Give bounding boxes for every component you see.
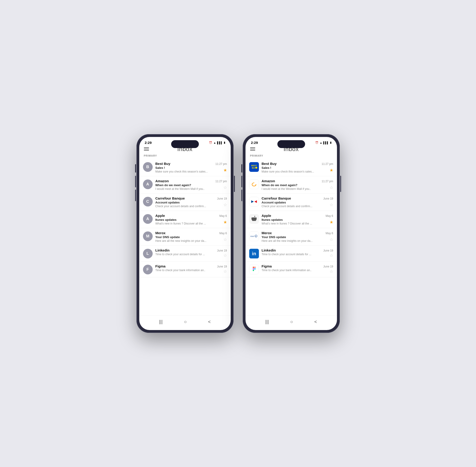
- email-time-apple-2: May 6: [326, 214, 333, 218]
- email-content-carrefour-2: Carrefour Banque June 19 Account updates…: [262, 196, 333, 208]
- email-sender-bestbuy-1: Best Buy: [155, 162, 170, 166]
- email-preview-figma-1: Time to check your bank information an..: [155, 269, 227, 272]
- email-top-row-figma-2: Figma June 19: [262, 264, 333, 268]
- email-preview-carrefour-1: Check your account details and confirm..…: [155, 205, 227, 208]
- status-time-2: 2:29: [251, 141, 258, 144]
- email-item-apple-2[interactable]: Apple May 6 Itunes updates What's new in…: [245, 211, 337, 228]
- email-sender-linkedin-1: Linkedin: [155, 248, 170, 252]
- section-label-1: PRIMARY: [139, 153, 231, 159]
- clock-icon-2: ⏰: [315, 141, 319, 144]
- email-content-linkedin-2: Linkedin June 19 Time to check your acco…: [262, 248, 333, 256]
- phone-screen-2: 2:29 ⏰ ▲ ▌▌▌ ▮ Inbox PRIMARY: [245, 137, 337, 330]
- email-time-apple-1: May 6: [219, 214, 227, 218]
- star-bestbuy-2[interactable]: ★: [330, 168, 333, 173]
- menu-button-1[interactable]: [144, 147, 149, 151]
- nav-recents-2[interactable]: |||: [263, 318, 272, 325]
- email-content-carrefour-1: Carrefour Banque June 19 Account updates…: [155, 196, 227, 208]
- email-preview-amazon-2: I would meet at the Western Mall if you.…: [262, 187, 333, 191]
- email-item-figma-1[interactable]: F Figma June 19 Time to check your bank …: [139, 261, 231, 277]
- section-label-2: PRIMARY: [245, 153, 337, 159]
- email-item-merox-2[interactable]: mer x Merox May 6 Your DNS update Here a…: [245, 228, 337, 246]
- star-merox-1[interactable]: ☆: [223, 237, 227, 242]
- email-preview-merox-2: Here are all the new insights on your da…: [262, 239, 333, 243]
- email-preview-carrefour-2: Check your account details and confirm..…: [262, 205, 333, 208]
- star-merox-2[interactable]: ☆: [330, 237, 333, 242]
- star-apple-1[interactable]: ★: [223, 220, 227, 225]
- email-top-row-bestbuy-1: Best Buy 11:27 pm: [155, 162, 227, 166]
- svg-point-3: [256, 167, 257, 169]
- email-subject-bestbuy-1: Sales !: [155, 166, 227, 169]
- email-top-row-figma-1: Figma June 19: [155, 264, 227, 268]
- svg-rect-17: [253, 268, 254, 270]
- star-linkedin-2[interactable]: ☆: [330, 253, 333, 258]
- email-content-merox-2: Merox May 6 Your DNS update Here are all…: [262, 231, 333, 243]
- avatar-amazon-1: A: [143, 180, 153, 189]
- email-sender-amazon-2: Amazon: [262, 179, 275, 183]
- svg-text:BEST: BEST: [251, 164, 257, 167]
- avatar-amazon-2: [249, 180, 259, 189]
- email-item-linkedin-2[interactable]: in Linkedin June 19 Time to check your a…: [245, 246, 337, 261]
- avatar-figma-2: [249, 265, 259, 274]
- phone-letter-avatars: 2:29 ⏰ ▲ ▌▌▌ ▮ Inbox PRIMARY B Be: [137, 134, 233, 333]
- carrefour-logo-svg: [249, 197, 259, 207]
- battery-icon: ▮: [224, 141, 225, 144]
- email-item-merox-1[interactable]: M Merox May 6 Your DNS update Here are a…: [139, 228, 231, 246]
- email-time-amazon-1: 11:27 pm: [215, 180, 227, 183]
- email-item-linkedin-1[interactable]: L Linkedin June 19 Time to check your ac…: [139, 246, 231, 261]
- email-subject-carrefour-1: Account updates: [155, 201, 227, 204]
- svg-rect-6: [254, 201, 255, 202]
- email-item-bestbuy-1[interactable]: B Best Buy 11:27 pm Sales ! Make sure yo…: [139, 159, 231, 176]
- star-amazon-1[interactable]: ☆: [223, 185, 227, 190]
- svg-rect-15: [253, 267, 254, 268]
- email-content-amazon-1: Amazon 11:27 pm When do we meet again? I…: [155, 179, 227, 191]
- email-item-carrefour-2[interactable]: Carrefour Banque June 19 Account updates…: [245, 194, 337, 211]
- merox-logo-svg: mer x: [249, 232, 259, 241]
- email-preview-amazon-1: I would meet at the Western Mall if you.…: [155, 187, 227, 191]
- email-top-row-amazon-1: Amazon 11:27 pm: [155, 179, 227, 183]
- email-content-apple-2: Apple May 6 Itunes updates What's new in…: [262, 214, 333, 225]
- star-figma-1[interactable]: ☆: [223, 269, 227, 274]
- email-time-carrefour-2: June 19: [323, 197, 333, 200]
- email-item-figma-2[interactable]: Figma June 19 Time to check your bank in…: [245, 261, 337, 277]
- email-sender-figma-1: Figma: [155, 264, 166, 268]
- star-amazon-2[interactable]: ☆: [330, 185, 333, 190]
- email-content-amazon-2: Amazon 11:27 pm When do we meet again? I…: [262, 179, 333, 191]
- bestbuy-logo-svg: BEST BUY: [250, 163, 258, 171]
- bottom-nav-1: ||| ○ <: [139, 315, 231, 330]
- status-icons-1: ⏰ ▲ ▌▌▌ ▮: [209, 141, 225, 144]
- email-top-row-carrefour-2: Carrefour Banque June 19: [262, 196, 333, 200]
- email-subject-merox-2: Your DNS update: [262, 235, 333, 239]
- star-carrefour-2[interactable]: ☆: [330, 202, 333, 208]
- email-top-row-apple-2: Apple May 6: [262, 214, 333, 218]
- email-top-row-amazon-2: Amazon 11:27 pm: [262, 179, 333, 183]
- nav-home-2[interactable]: ○: [287, 318, 296, 325]
- email-time-merox-2: May 6: [326, 232, 333, 235]
- signal-icon-2: ▌▌▌: [323, 141, 329, 144]
- email-item-amazon-2[interactable]: Amazon 11:27 pm When do we meet again? I…: [245, 176, 337, 194]
- email-preview-bestbuy-1: Make sure you check this season's sales.…: [155, 170, 227, 173]
- email-list-1: B Best Buy 11:27 pm Sales ! Make sure yo…: [139, 159, 231, 315]
- nav-recents-1[interactable]: |||: [156, 318, 166, 325]
- star-carrefour-1[interactable]: ☆: [223, 202, 227, 208]
- star-apple-2[interactable]: ★: [330, 220, 333, 225]
- nav-back-2[interactable]: <: [311, 318, 320, 325]
- svg-rect-14: [249, 265, 259, 274]
- email-item-amazon-1[interactable]: A Amazon 11:27 pm When do we meet again?…: [139, 176, 231, 194]
- email-time-amazon-2: 11:27 pm: [322, 180, 333, 183]
- menu-button-2[interactable]: [250, 147, 255, 151]
- email-time-linkedin-2: June 19: [323, 249, 333, 252]
- star-linkedin-1[interactable]: ☆: [223, 253, 227, 258]
- email-top-row-linkedin-1: Linkedin June 19: [155, 248, 227, 252]
- email-preview-apple-1: What's new in Itunes ? Discover all the …: [155, 222, 227, 225]
- star-bestbuy-1[interactable]: ★: [223, 168, 227, 173]
- svg-text:mer: mer: [250, 235, 254, 237]
- dynamic-island-1: [171, 140, 199, 148]
- email-sender-merox-1: Merox: [155, 231, 166, 235]
- email-item-apple-1[interactable]: A Apple May 6 Itunes updates What's new …: [139, 211, 231, 228]
- email-list-2: BEST BUY Best Buy 11:27 pm Sales ! Make …: [245, 159, 337, 315]
- email-item-carrefour-1[interactable]: C Carrefour Banque June 19 Account updat…: [139, 194, 231, 211]
- star-figma-2[interactable]: ☆: [330, 269, 333, 274]
- nav-back-1[interactable]: <: [205, 318, 214, 325]
- nav-home-1[interactable]: ○: [181, 318, 189, 325]
- email-item-bestbuy-2[interactable]: BEST BUY Best Buy 11:27 pm Sales ! Make …: [245, 159, 337, 176]
